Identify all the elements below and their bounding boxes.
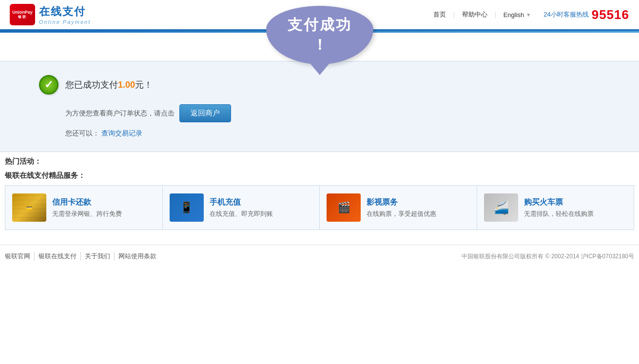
return-hint-text: 为方便您查看商户订单状态，请点击 <box>65 109 174 118</box>
logo-en-text: Online Payment <box>39 19 91 25</box>
hot-activities-title: 热门活动： <box>5 157 41 165</box>
success-message: 您已成功支付1.00元！ <box>65 79 153 91</box>
service-info-credit: 信用卡还款 无需登录网银、跨行免费 <box>52 197 122 218</box>
bubble-text-line2: ！ <box>312 35 327 55</box>
hotline-area: 24小时客服热线 95516 <box>543 7 629 22</box>
lang-selector[interactable]: English ▼ <box>499 11 536 19</box>
service-name-mobile: 手机充值 <box>210 197 273 208</box>
service-desc-train: 无需排队，轻松在线购票 <box>524 210 594 218</box>
hotline-label: 24小时客服热线 <box>543 10 588 19</box>
service-item-credit[interactable]: 💳 信用卡还款 无需登录网银、跨行免费 <box>5 186 163 230</box>
bubble-text-line1: 支付成功 <box>288 15 352 35</box>
check-icon: ✓ <box>44 79 53 90</box>
movie-ticket-icon: 🎬 <box>327 193 361 222</box>
footer-links: 银联官网 银联在线支付 关于我们 网站使用条款 <box>5 252 160 261</box>
nav-sep1: ｜ <box>451 10 457 19</box>
footer-link-about[interactable]: 关于我们 <box>81 252 115 261</box>
service-item-movie[interactable]: 🎬 影视票务 在线购票，享受超值优惠 <box>320 186 477 230</box>
service-item-mobile[interactable]: 📱 手机充值 在线充值、即充即到账 <box>163 186 320 230</box>
service-name-train: 购买火车票 <box>524 197 594 208</box>
nav-links: 首页 ｜ 帮助中心 ｜ English ▼ <box>428 10 536 19</box>
hot-activities-section: 热门活动： <box>0 152 639 168</box>
footer-link-payment[interactable]: 银联在线支付 <box>35 252 81 261</box>
service-desc-credit: 无需登录网银、跨行免费 <box>52 210 122 218</box>
header-right: 首页 ｜ 帮助中心 ｜ English ▼ 24小时客服热线 95516 <box>428 7 629 22</box>
success-text-prefix: 您已成功支付 <box>65 80 118 90</box>
services-section: 银联在线支付精品服务： 💳 信用卡还款 无需登录网银、跨行免费 📱 手机充值 在… <box>0 168 639 235</box>
lang-label: English <box>503 11 524 19</box>
success-text-suffix: 元！ <box>135 80 153 90</box>
service-item-train[interactable]: 🚄 购买火车票 无需排队，轻松在线购票 <box>477 186 634 230</box>
mobile-recharge-icon: 📱 <box>170 193 204 222</box>
success-icon: ✓ <box>39 75 58 95</box>
query-row: 您还可以： 查询交易记录 <box>65 129 620 138</box>
service-desc-mobile: 在线充值、即充即到账 <box>210 210 273 218</box>
query-prefix-text: 您还可以： <box>65 129 99 137</box>
train-ticket-icon: 🚄 <box>484 193 518 222</box>
service-desc-movie: 在线购票，享受超值优惠 <box>367 210 436 218</box>
footer-link-terms[interactable]: 网站使用条款 <box>115 252 160 261</box>
nav-sep2: ｜ <box>492 10 499 19</box>
header: UnionPay 银联 在线支付 Online Payment 支付成功 ！ 首… <box>0 0 639 31</box>
success-row: ✓ 您已成功支付1.00元！ <box>39 75 620 95</box>
service-info-movie: 影视票务 在线购票，享受超值优惠 <box>367 197 436 218</box>
logo-area: UnionPay 银联 在线支付 Online Payment <box>10 4 91 25</box>
return-row: 为方便您查看商户订单状态，请点击 返回商户 <box>65 104 620 122</box>
services-grid: 💳 信用卡还款 无需登录网银、跨行免费 📱 手机充值 在线充值、即充即到账 🎬 <box>5 185 634 230</box>
service-info-train: 购买火车票 无需排队，轻松在线购票 <box>524 197 594 218</box>
services-title: 银联在线支付精品服务： <box>5 171 634 180</box>
credit-card-icon: 💳 <box>12 193 46 222</box>
unionpay-logo-icon: UnionPay 银联 <box>10 4 35 25</box>
footer-copyright: 中国银联股份有限公司版权所有 © 2002-2014 沪ICP备07032180… <box>462 252 634 261</box>
footer: 银联官网 银联在线支付 关于我们 网站使用条款 中国银联股份有限公司版权所有 ©… <box>0 245 639 268</box>
hotline-number: 95516 <box>592 7 629 22</box>
query-transaction-link[interactable]: 查询交易记录 <box>101 129 142 137</box>
footer-link-official[interactable]: 银联官网 <box>5 252 35 261</box>
return-merchant-button[interactable]: 返回商户 <box>179 104 231 122</box>
service-info-mobile: 手机充值 在线充值、即充即到账 <box>210 197 273 218</box>
service-name-movie: 影视票务 <box>367 197 436 208</box>
payment-amount: 1.00 <box>118 80 135 90</box>
logo-text: 在线支付 Online Payment <box>39 4 91 25</box>
logo-cn-text: 在线支付 <box>39 4 91 19</box>
nav-home[interactable]: 首页 <box>428 10 451 19</box>
service-name-credit: 信用卡还款 <box>52 197 122 208</box>
chevron-down-icon: ▼ <box>526 12 531 18</box>
nav-help[interactable]: 帮助中心 <box>457 10 492 19</box>
